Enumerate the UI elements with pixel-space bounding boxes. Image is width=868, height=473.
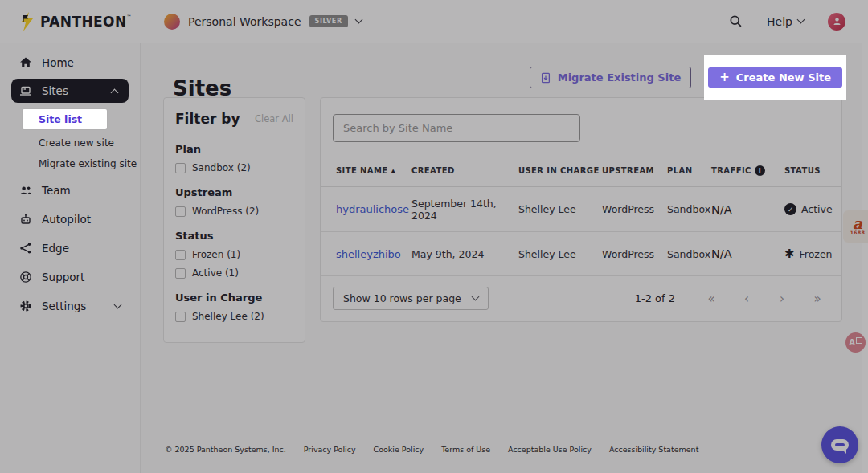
- plus-icon: +: [719, 71, 730, 84]
- created-cell: May 9th, 2024: [411, 248, 518, 260]
- pagination-range: 1-2 of 2: [635, 292, 675, 304]
- filter-option-wordpress[interactable]: WordPress (2): [175, 206, 293, 217]
- plan-cell: Sandbox: [667, 203, 711, 215]
- footer-link-privacy-policy[interactable]: Privacy Policy: [304, 445, 356, 454]
- translate-widget-icon[interactable]: [845, 332, 866, 353]
- upstream-cell: WordPress: [602, 248, 667, 260]
- help-menu[interactable]: Help: [767, 15, 804, 28]
- workspace-tier-badge: SILVER: [309, 15, 348, 27]
- frozen-snowflake-icon: [784, 248, 795, 260]
- checkbox[interactable]: [175, 268, 186, 279]
- copyright-text: © 2025 Pantheon Systems, Inc.: [165, 445, 286, 454]
- pantheon-dashboard: PANTHEON™ Personal Workspace SILVER Help: [0, 0, 868, 473]
- person-icon: [832, 16, 842, 27]
- team-icon: [19, 184, 32, 197]
- chevron-down-icon: [114, 300, 122, 308]
- sidebar-item-site-list[interactable]: Site list: [23, 109, 107, 129]
- info-icon[interactable]: i: [755, 165, 765, 176]
- support-lifebuoy-icon: [19, 271, 32, 283]
- search-input[interactable]: [333, 114, 580, 142]
- last-page-button[interactable]: »: [805, 290, 829, 308]
- main-content: Sites Migrate Existing Site + Create New…: [141, 43, 868, 473]
- migrate-existing-site-button[interactable]: Migrate Existing Site: [530, 67, 692, 88]
- search-icon[interactable]: [729, 14, 743, 28]
- user-avatar[interactable]: [828, 13, 845, 31]
- rows-per-page-select[interactable]: Show 10 rows per page: [333, 287, 489, 310]
- create-new-site-button[interactable]: + Create New Site: [708, 67, 842, 88]
- sites-table-panel: SITE NAME ▲ CREATED USER IN CHARGE UPSTR…: [320, 97, 842, 322]
- chevron-down-icon: [471, 293, 479, 301]
- footer-link-terms-of-use[interactable]: Terms of Use: [441, 445, 490, 454]
- filter-title: Filter by: [175, 111, 240, 127]
- created-cell: September 14th, 2024: [411, 198, 518, 222]
- sidebar-item-edge[interactable]: Edge: [0, 234, 140, 263]
- autopilot-robot-icon: [19, 213, 32, 226]
- status-cell: Frozen: [784, 248, 841, 260]
- sidebar-item-home[interactable]: Home: [0, 48, 140, 77]
- pantheon-logo[interactable]: PANTHEON™: [19, 12, 132, 31]
- column-site-name[interactable]: SITE NAME ▲: [336, 166, 411, 175]
- home-icon: [19, 56, 32, 69]
- scrollbar[interactable]: [862, 43, 868, 473]
- footer-link-cookie-policy[interactable]: Cookie Policy: [374, 445, 424, 454]
- topbar-right: Help: [729, 13, 845, 31]
- sidebar-item-migrate-existing-site[interactable]: Migrate existing site: [39, 155, 140, 173]
- checkbox[interactable]: [175, 250, 186, 260]
- alibaba-1688-extension-badge[interactable]: a 1688: [843, 210, 868, 243]
- column-upstream: UPSTREAM: [602, 166, 667, 175]
- traffic-cell: N/A: [711, 247, 784, 260]
- chevron-down-icon: [354, 16, 362, 24]
- sidebar-item-team[interactable]: Team: [0, 176, 140, 205]
- filter-panel: Filter by Clear All Plan Sandbox (2) Ups…: [163, 97, 305, 343]
- migrate-icon: [540, 72, 551, 84]
- clear-all-filters-button[interactable]: Clear All: [255, 113, 293, 124]
- filter-group-plan: Plan Sandbox (2): [175, 143, 293, 173]
- previous-page-button[interactable]: ‹: [735, 290, 759, 308]
- checkbox[interactable]: [175, 312, 186, 322]
- filter-group-user-in-charge: User in Charge Shelley Lee (2): [175, 292, 293, 322]
- filter-option-shelley-lee[interactable]: Shelley Lee (2): [175, 311, 293, 322]
- sidebar-item-support[interactable]: Support: [0, 263, 140, 292]
- column-status: STATUS: [784, 166, 841, 175]
- upstream-cell: WordPress: [602, 203, 667, 215]
- checkbox[interactable]: [175, 206, 186, 217]
- sites-icon: [19, 84, 32, 97]
- sidebar-item-autopilot[interactable]: Autopilot: [0, 205, 140, 234]
- active-check-circle-icon: [784, 203, 796, 215]
- workspace-avatar: [164, 14, 180, 30]
- help-label: Help: [767, 15, 792, 28]
- table-row: hydraulichose September 14th, 2024 Shell…: [321, 187, 841, 231]
- sidebar: Home Sites Site list Create new site Mig…: [0, 43, 141, 473]
- top-bar: PANTHEON™ Personal Workspace SILVER Help: [0, 0, 868, 43]
- pagination: 1-2 of 2 « ‹ › »: [635, 290, 829, 308]
- workspace-switcher[interactable]: Personal Workspace SILVER: [164, 14, 362, 30]
- page-actions: Migrate Existing Site + Create New Site: [530, 55, 846, 100]
- filter-option-frozen[interactable]: Frozen (1): [175, 249, 293, 260]
- chevron-down-icon: [797, 16, 805, 24]
- table-row: shelleyzhibo May 9th, 2024 Shelley Lee W…: [321, 231, 841, 275]
- gear-icon: [19, 300, 32, 312]
- site-link-shelleyzhibo[interactable]: shelleyzhibo: [336, 248, 411, 260]
- table-footer: Show 10 rows per page 1-2 of 2 « ‹ › »: [321, 275, 841, 315]
- traffic-cell: N/A: [711, 203, 784, 216]
- alibaba-icon: a: [853, 218, 862, 230]
- footer-link-acceptable-use-policy[interactable]: Acceptable Use Policy: [508, 445, 592, 454]
- filter-option-active[interactable]: Active (1): [175, 267, 293, 279]
- sidebar-item-sites[interactable]: Sites: [11, 79, 129, 103]
- footer: © 2025 Pantheon Systems, Inc. Privacy Po…: [165, 445, 698, 454]
- next-page-button[interactable]: ›: [770, 290, 794, 308]
- trademark: ™: [127, 14, 132, 19]
- user-cell: Shelley Lee: [518, 203, 602, 215]
- sidebar-item-settings[interactable]: Settings: [0, 292, 140, 320]
- pantheon-bolt-icon: [19, 12, 35, 31]
- site-link-hydraulichose[interactable]: hydraulichose: [336, 203, 411, 215]
- plan-cell: Sandbox: [667, 248, 711, 260]
- footer-link-accessibility-statement[interactable]: Accessibility Statement: [609, 445, 698, 454]
- create-button-spotlight: + Create New Site: [704, 55, 846, 100]
- checkbox[interactable]: [175, 163, 186, 173]
- sidebar-item-create-new-site[interactable]: Create new site: [39, 134, 140, 152]
- first-page-button[interactable]: «: [699, 290, 723, 308]
- filter-option-sandbox[interactable]: Sandbox (2): [175, 162, 293, 173]
- sort-ascending-icon: ▲: [391, 168, 396, 174]
- chat-launcher-button[interactable]: [821, 426, 858, 463]
